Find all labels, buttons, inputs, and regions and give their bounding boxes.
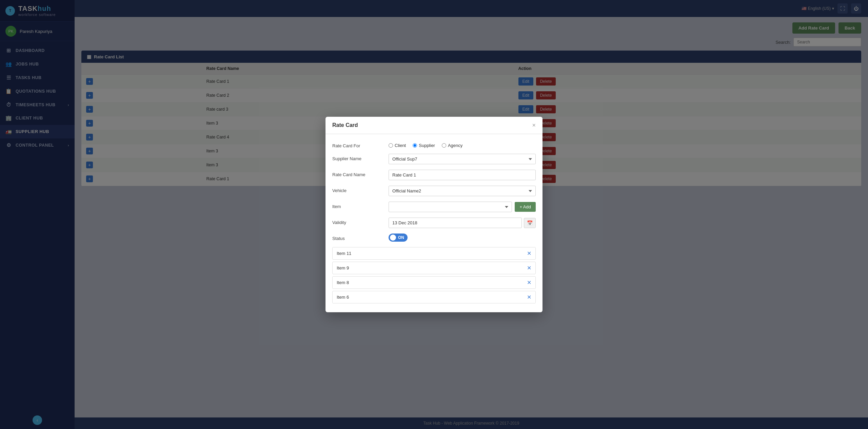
calendar-button[interactable]: 📅	[524, 218, 536, 228]
rate-card-name-row: Rate Card Name	[332, 170, 536, 180]
vehicle-row: Vehicle Official Name2Official Name1Offi…	[332, 186, 536, 196]
rate-card-for-row: Rate Card For Client Supplier	[332, 141, 536, 148]
status-label: Status	[332, 234, 383, 241]
item-entry: Item 6 ✕	[332, 291, 536, 303]
radio-supplier-label: Supplier	[419, 143, 435, 148]
validity-row: Validity 📅	[332, 218, 536, 228]
radio-agency-label: Agency	[448, 143, 462, 148]
radio-supplier-input[interactable]	[413, 143, 417, 148]
toggle-label: ON	[398, 235, 404, 240]
item-entry: Item 11 ✕	[332, 247, 536, 260]
item-entry-name: Item 9	[337, 265, 349, 271]
toggle-circle	[390, 235, 396, 241]
rate-card-for-label: Rate Card For	[332, 141, 383, 148]
rate-card-name-input[interactable]	[389, 170, 536, 180]
modal-items-list: Item 11 ✕ Item 9 ✕ Item 8 ✕ Item 6 ✕	[332, 247, 536, 303]
radio-agency-input[interactable]	[442, 143, 446, 148]
status-row: Status ON	[332, 234, 536, 242]
item-entry-name: Item 8	[337, 280, 349, 285]
modal-overlay: Rate Card × Rate Card For Client Supplie…	[0, 0, 868, 429]
supplier-name-row: Supplier Name Official Sup7Official Sup1…	[332, 154, 536, 164]
rate-card-for-controls: Client Supplier Agency	[389, 141, 536, 148]
modal-close-button[interactable]: ×	[532, 122, 536, 128]
supplier-name-select[interactable]: Official Sup7Official Sup1Official Sup2	[389, 154, 536, 164]
item-remove-button[interactable]: ✕	[527, 279, 531, 286]
item-entry-name: Item 11	[337, 251, 351, 256]
item-row-group: + Add	[389, 202, 536, 212]
modal-body: Rate Card For Client Supplier	[326, 134, 542, 312]
modal-header: Rate Card ×	[326, 117, 542, 134]
modal-title: Rate Card	[332, 122, 358, 128]
item-select[interactable]	[389, 202, 512, 212]
item-label: Item	[332, 202, 383, 209]
vehicle-label: Vehicle	[332, 186, 383, 193]
status-control: ON	[389, 234, 536, 242]
radio-group: Client Supplier Agency	[389, 141, 536, 148]
validity-label: Validity	[332, 218, 383, 225]
item-remove-button[interactable]: ✕	[527, 250, 531, 257]
vehicle-select[interactable]: Official Name2Official Name1Official Nam…	[389, 186, 536, 196]
validity-control: 📅	[389, 218, 536, 228]
item-row: Item + Add	[332, 202, 536, 212]
radio-client-label: Client	[395, 143, 406, 148]
item-control: + Add	[389, 202, 536, 212]
item-entry-name: Item 6	[337, 295, 349, 300]
vehicle-control: Official Name2Official Name1Official Nam…	[389, 186, 536, 196]
supplier-name-control: Official Sup7Official Sup1Official Sup2	[389, 154, 536, 164]
item-entry: Item 8 ✕	[332, 276, 536, 289]
validity-input[interactable]	[389, 218, 522, 228]
item-remove-button[interactable]: ✕	[527, 294, 531, 300]
radio-agency[interactable]: Agency	[442, 143, 462, 148]
radio-supplier[interactable]: Supplier	[413, 143, 435, 148]
item-entry: Item 9 ✕	[332, 262, 536, 274]
item-remove-button[interactable]: ✕	[527, 265, 531, 271]
radio-client-input[interactable]	[389, 143, 393, 148]
rate-card-modal: Rate Card × Rate Card For Client Supplie…	[326, 117, 542, 312]
supplier-name-label: Supplier Name	[332, 154, 383, 161]
add-item-button[interactable]: + Add	[515, 202, 536, 212]
radio-client[interactable]: Client	[389, 143, 406, 148]
status-toggle[interactable]: ON	[389, 234, 408, 242]
rate-card-name-label: Rate Card Name	[332, 170, 383, 177]
rate-card-name-control	[389, 170, 536, 180]
validity-input-group: 📅	[389, 218, 536, 228]
